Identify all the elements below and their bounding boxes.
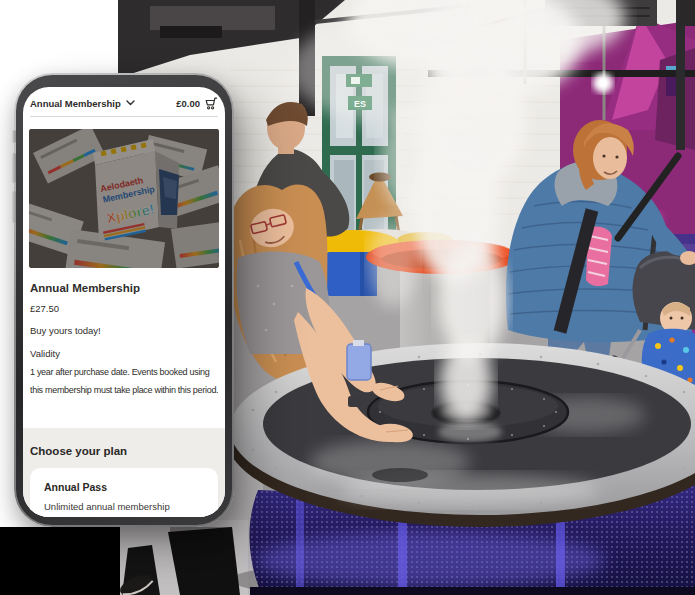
product-tagline: Buy yours today! xyxy=(30,325,101,336)
header-divider xyxy=(30,116,218,117)
validity-label: Validity xyxy=(30,348,60,359)
cart-icon xyxy=(204,97,218,110)
product-price: £27.50 xyxy=(30,303,59,314)
page: ES xyxy=(0,0,695,595)
plan-section-title: Choose your plan xyxy=(30,445,127,457)
cart-button[interactable]: £0.00 xyxy=(176,97,218,110)
plan-card-annual-pass[interactable]: Annual Pass Unlimited annual membership xyxy=(30,468,218,517)
plan-card-subtitle: Unlimited annual membership xyxy=(44,501,204,512)
watch xyxy=(348,396,362,407)
validity-text: 1 year after purchase date. Events booke… xyxy=(30,363,222,399)
plan-card-title: Annual Pass xyxy=(44,481,204,493)
chevron-down-icon xyxy=(126,100,135,106)
lanyard-badge xyxy=(347,344,371,380)
bottom-section xyxy=(0,527,120,595)
phone-volume-up-button xyxy=(12,153,16,183)
phone-volume-down-button xyxy=(12,191,16,223)
product-image: Aelodaeth Membership Xplore! xyxy=(29,129,219,268)
phone-mockup: Annual Membership £0.00 xyxy=(14,73,234,527)
app-header: Annual Membership £0.00 xyxy=(30,93,218,113)
phone-screen: Annual Membership £0.00 xyxy=(23,87,225,517)
plan-selector-dropdown[interactable]: Annual Membership xyxy=(30,98,135,109)
plan-selector-label: Annual Membership xyxy=(30,98,121,109)
phone-mute-button xyxy=(12,130,16,143)
product-title: Annual Membership xyxy=(30,282,140,294)
plan-section: Choose your plan Annual Pass Unlimited a… xyxy=(23,428,225,517)
cart-total: £0.00 xyxy=(176,98,200,109)
phone-body: Annual Membership £0.00 xyxy=(16,75,232,525)
